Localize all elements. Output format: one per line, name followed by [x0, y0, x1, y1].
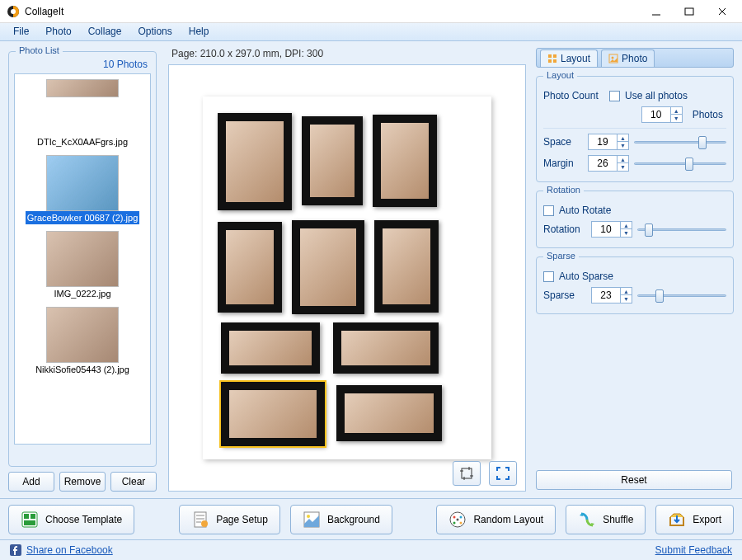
shuffle-icon [578, 511, 596, 529]
page-setup-label: Page Setup [216, 514, 268, 525]
rotation-group: Rotation Auto Rotate Rotation ▲▼ [536, 191, 734, 248]
svg-point-22 [453, 515, 456, 518]
properties-panel: Layout Photo Layout Photo Count Use all … [531, 41, 742, 498]
title-bar: CollageIt [0, 0, 742, 23]
auto-sparse-label: Auto Sparse [559, 271, 613, 282]
margin-spinner[interactable]: ▲▼ [588, 155, 629, 172]
clear-button[interactable]: Clear [110, 472, 157, 492]
menu-bar: File Photo Collage Options Help [0, 23, 742, 41]
auto-sparse-checkbox[interactable] [543, 271, 554, 282]
spinner-down[interactable]: ▼ [621, 295, 632, 303]
space-slider[interactable] [634, 134, 726, 149]
random-layout-button[interactable]: Random Layout [436, 505, 556, 534]
sparse-slider[interactable] [637, 288, 726, 303]
list-item[interactable]: NikkiSofie05443 (2).jpg [15, 302, 150, 378]
canvas[interactable] [168, 64, 526, 492]
reset-button[interactable]: Reset [536, 470, 732, 490]
fit-screen-button[interactable] [489, 461, 517, 486]
photo-count-label: 10 Photos [103, 59, 148, 70]
spinner-down[interactable]: ▼ [618, 163, 628, 171]
spinner-down[interactable]: ▼ [621, 229, 632, 237]
menu-options[interactable]: Options [129, 23, 180, 40]
collage-frame[interactable] [333, 322, 439, 374]
layout-icon [547, 54, 557, 64]
thumbnail-caption: IMG_0222.jpg [52, 287, 112, 300]
spinner-up[interactable]: ▲ [618, 134, 628, 142]
tab-photo[interactable]: Photo [601, 49, 655, 67]
photo-count-input[interactable] [642, 107, 670, 122]
page-setup-button[interactable]: Page Setup [179, 505, 280, 534]
rotation-label: Rotation [543, 224, 586, 235]
menu-photo[interactable]: Photo [37, 23, 79, 40]
rotation-input[interactable] [592, 222, 620, 237]
maximize-button[interactable] [673, 2, 706, 21]
space-spinner[interactable]: ▲▼ [588, 134, 629, 150]
menu-file[interactable]: File [5, 23, 37, 40]
svg-rect-7 [548, 54, 552, 58]
space-input[interactable] [589, 134, 617, 149]
background-button[interactable]: Background [290, 505, 392, 534]
close-button[interactable] [706, 2, 739, 21]
photo-thumbnails[interactable]: DTIc_KcX0AAFgrs.jpg GraceBowker 00687 (2… [14, 73, 151, 445]
shuffle-button[interactable]: Shuffle [566, 505, 646, 534]
tab-strip: Layout Photo [536, 48, 734, 68]
svg-rect-15 [31, 514, 35, 519]
svg-rect-3 [685, 8, 693, 15]
collage-frame-selected[interactable] [221, 382, 325, 446]
svg-rect-10 [553, 59, 556, 63]
collage-frame[interactable] [336, 385, 442, 441]
page-setup-icon [191, 511, 209, 529]
collage-frame[interactable] [218, 222, 282, 313]
collage-frame[interactable] [221, 322, 320, 374]
spinner-up[interactable]: ▲ [621, 288, 632, 295]
spinner-down[interactable]: ▼ [671, 115, 682, 122]
photo-count-field-label: Photo Count [543, 90, 604, 101]
random-layout-label: Random Layout [473, 514, 543, 525]
tab-layout[interactable]: Layout [540, 49, 598, 67]
spinner-down[interactable]: ▼ [618, 142, 628, 149]
menu-collage[interactable]: Collage [80, 23, 130, 40]
collage-frame[interactable] [292, 220, 364, 314]
crop-tool-button[interactable] [453, 461, 481, 486]
sparse-spinner[interactable]: ▲▼ [591, 287, 632, 304]
svg-point-26 [457, 518, 459, 520]
margin-label: Margin [543, 158, 583, 169]
canvas-area: Page: 210.0 x 297.0 mm, DPI: 300 [163, 41, 531, 498]
photo-count-spinner[interactable]: ▲▼ [641, 106, 683, 123]
remove-button[interactable]: Remove [59, 472, 106, 492]
add-button[interactable]: Add [8, 472, 54, 492]
svg-point-24 [453, 521, 456, 524]
collage-frame[interactable] [302, 116, 363, 205]
bottom-toolbar: Choose Template Page Setup Background Ra… [0, 499, 742, 540]
svg-point-12 [612, 57, 614, 59]
sparse-input[interactable] [592, 288, 620, 303]
collage-frame[interactable] [218, 113, 292, 210]
export-label: Export [693, 514, 721, 525]
collage-page[interactable] [203, 96, 491, 459]
auto-rotate-checkbox[interactable] [543, 205, 554, 216]
main-area: Photo List 10 Photos DTIc_KcX0AAFgrs.jpg… [0, 41, 742, 499]
share-facebook-link[interactable]: Share on Facebook [26, 544, 113, 556]
list-item[interactable]: GraceBowker 00687 (2).jpg [15, 150, 150, 226]
photos-suffix: Photos [693, 109, 723, 120]
sparse-label: Sparse [543, 289, 586, 301]
margin-slider[interactable] [634, 156, 726, 171]
footer: Share on Facebook Submit Feedback [0, 540, 742, 560]
rotation-slider[interactable] [637, 222, 726, 237]
minimize-button[interactable] [640, 2, 673, 21]
margin-input[interactable] [589, 156, 617, 171]
collage-frame[interactable] [373, 115, 437, 207]
spinner-up[interactable]: ▲ [621, 222, 632, 229]
use-all-photos-checkbox[interactable] [609, 91, 620, 101]
list-item[interactable]: IMG_0222.jpg [15, 226, 150, 302]
menu-help[interactable]: Help [181, 23, 218, 40]
export-button[interactable]: Export [655, 505, 734, 534]
spinner-up[interactable]: ▲ [618, 156, 628, 163]
list-item[interactable]: DTIc_KcX0AAFgrs.jpg [15, 74, 150, 150]
choose-template-button[interactable]: Choose Template [8, 505, 134, 534]
thumbnail-image [46, 231, 119, 287]
submit-feedback-link[interactable]: Submit Feedback [655, 544, 732, 556]
spinner-up[interactable]: ▲ [671, 107, 682, 115]
collage-frame[interactable] [374, 220, 439, 313]
rotation-spinner[interactable]: ▲▼ [591, 221, 632, 238]
